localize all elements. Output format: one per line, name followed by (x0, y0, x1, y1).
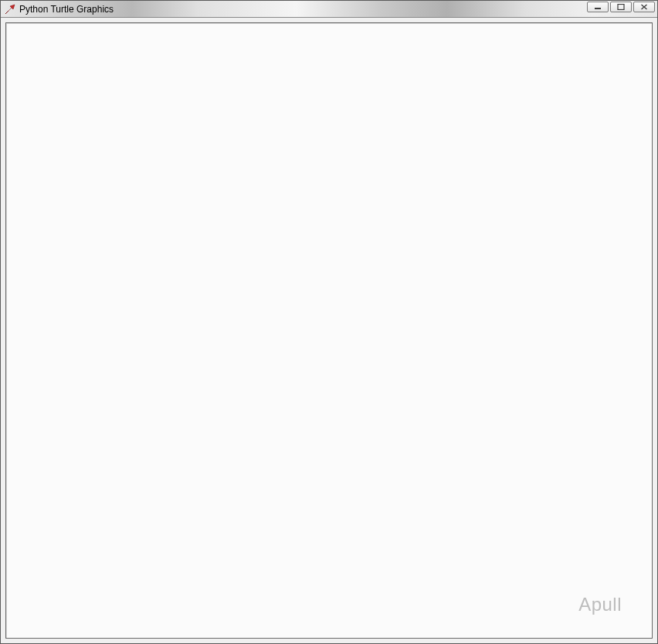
close-button[interactable] (633, 2, 655, 12)
close-icon (640, 4, 648, 10)
titlebar[interactable]: Python Turtle Graphics (1, 1, 657, 18)
maximize-button[interactable] (610, 2, 632, 12)
application-window: Python Turtle Graphics A (0, 0, 658, 644)
svg-rect-1 (618, 5, 624, 10)
minimize-icon (594, 4, 602, 10)
maximize-icon (617, 4, 625, 10)
window-controls (587, 2, 655, 12)
svg-rect-0 (595, 8, 601, 9)
canvas-frame: Apull (5, 22, 653, 639)
tk-feather-icon (4, 3, 16, 15)
window-title: Python Turtle Graphics (19, 4, 114, 15)
watermark-text: Apull (578, 594, 622, 615)
turtle-canvas[interactable]: Apull (7, 24, 651, 637)
minimize-button[interactable] (587, 2, 609, 12)
client-area: Apull (1, 18, 657, 643)
